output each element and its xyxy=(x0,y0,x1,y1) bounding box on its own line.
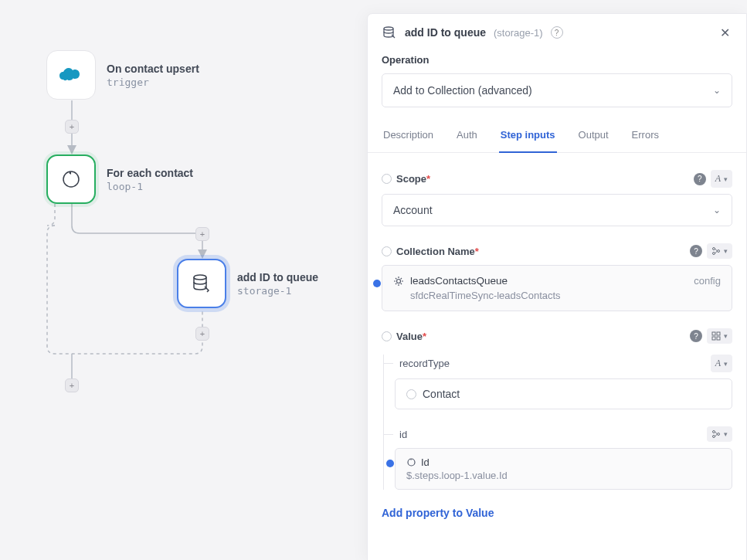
type-selector[interactable]: ▾ xyxy=(707,243,732,259)
value-nested-group: recordType A▾ Contact xyxy=(383,355,732,490)
config-badge: config xyxy=(694,275,721,287)
field-collection-name: Collection Name* ? ▾ leadsContactsQ xyxy=(382,243,732,311)
loop-icon-box xyxy=(46,154,96,204)
operation-select[interactable]: Add to Collection (advanced) ⌄ xyxy=(382,73,732,107)
trigger-subtitle: trigger xyxy=(107,76,199,88)
node-loop[interactable]: For each contact loop-1 xyxy=(46,154,193,204)
svg-rect-12 xyxy=(717,337,720,340)
recordtype-label: recordType xyxy=(399,358,450,369)
tab-description[interactable]: Description xyxy=(382,121,435,152)
id-label: id xyxy=(399,429,407,440)
loop-title: For each contact xyxy=(107,167,193,179)
storage-icon xyxy=(382,25,397,40)
tab-auth[interactable]: Auth xyxy=(455,121,479,152)
id-ref-name: Id xyxy=(421,456,430,468)
branch-icon xyxy=(711,246,721,256)
step-inputs-body: Scope* ? A▾ Account ⌄ Collection Name* ? xyxy=(368,153,746,560)
field-scope: Scope* ? A▾ Account ⌄ xyxy=(382,170,732,226)
add-step-button[interactable]: + xyxy=(195,227,209,241)
type-selector[interactable]: A▾ xyxy=(711,170,732,188)
svg-point-4 xyxy=(384,27,393,30)
chevron-down-icon: ⌄ xyxy=(713,85,721,96)
radio-icon xyxy=(406,389,416,399)
storage-title: add ID to queue xyxy=(237,271,318,283)
subfield-recordtype: recordType A▾ Contact xyxy=(395,355,732,409)
add-step-button[interactable]: + xyxy=(65,378,79,392)
radio-icon[interactable] xyxy=(382,246,392,256)
mapped-indicator-icon xyxy=(386,460,394,467)
id-ref-path: $.steps.loop-1.value.Id xyxy=(406,470,721,481)
storage-subtitle: storage-1 xyxy=(237,285,318,297)
collection-value-box[interactable]: leadsContactsQueue sfdcRealTimeSync-lead… xyxy=(382,265,732,311)
gear-icon xyxy=(393,276,404,287)
tab-output[interactable]: Output xyxy=(577,121,610,152)
svg-point-6 xyxy=(713,253,715,255)
panel-tabs: Description Auth Step inputs Output Erro… xyxy=(368,121,746,153)
branch-icon xyxy=(711,429,721,439)
operation-value: Add to Collection (advanced) xyxy=(393,84,532,97)
salesforce-icon xyxy=(58,66,84,84)
type-selector[interactable]: ▾ xyxy=(707,426,732,442)
operation-label: Operation xyxy=(382,54,732,66)
svg-rect-11 xyxy=(712,337,715,340)
node-trigger[interactable]: On contact upsert trigger xyxy=(46,50,199,100)
chevron-down-icon: ⌄ xyxy=(713,205,721,216)
loop-icon xyxy=(406,457,416,467)
tab-step-inputs[interactable]: Step inputs xyxy=(499,121,557,153)
svg-point-14 xyxy=(713,436,715,438)
loop-icon xyxy=(60,168,82,190)
svg-point-13 xyxy=(713,431,715,433)
storage-icon-box xyxy=(177,259,226,308)
collection-path: sfdcRealTimeSync-leadsContacts xyxy=(410,290,721,301)
svg-point-7 xyxy=(718,250,720,253)
panel-title: add ID to queue xyxy=(405,26,486,39)
add-step-button[interactable]: + xyxy=(195,327,209,341)
help-icon[interactable]: ? xyxy=(690,245,702,257)
panel-header: add ID to queue (storage-1) ? ✕ Operatio… xyxy=(368,14,746,107)
tab-errors[interactable]: Errors xyxy=(630,121,660,152)
scope-label: Scope* xyxy=(396,173,430,185)
svg-point-15 xyxy=(718,433,720,436)
recordtype-value: Contact xyxy=(423,388,460,400)
help-icon[interactable]: ? xyxy=(690,330,702,342)
svg-point-3 xyxy=(194,275,206,280)
panel-subtitle: (storage-1) xyxy=(494,27,543,39)
svg-point-8 xyxy=(397,279,401,283)
value-label: Value* xyxy=(396,331,426,342)
help-icon[interactable]: ? xyxy=(694,173,706,185)
svg-rect-9 xyxy=(712,332,715,335)
storage-icon xyxy=(190,272,213,295)
collection-label: Collection Name* xyxy=(396,246,479,257)
scope-select[interactable]: Account ⌄ xyxy=(382,194,732,226)
id-reference-box[interactable]: Id $.steps.loop-1.value.Id xyxy=(395,448,732,490)
mapped-indicator-icon xyxy=(373,280,381,287)
svg-point-5 xyxy=(713,248,715,250)
close-icon[interactable]: ✕ xyxy=(717,25,732,40)
collection-name: leadsContactsQueue xyxy=(410,275,508,287)
radio-icon[interactable] xyxy=(382,174,392,184)
help-icon[interactable]: ? xyxy=(551,26,563,39)
grid-icon xyxy=(711,331,721,341)
scope-value: Account xyxy=(393,204,433,216)
radio-icon[interactable] xyxy=(382,331,392,341)
loop-subtitle: loop-1 xyxy=(107,181,193,192)
recordtype-input[interactable]: Contact xyxy=(395,378,732,409)
node-storage[interactable]: add ID to queue storage-1 xyxy=(177,259,318,308)
step-config-panel: add ID to queue (storage-1) ? ✕ Operatio… xyxy=(367,13,747,560)
type-selector[interactable]: A▾ xyxy=(711,355,732,372)
type-selector[interactable]: ▾ xyxy=(707,328,732,344)
add-property-link[interactable]: Add property to Value xyxy=(382,507,494,519)
svg-rect-10 xyxy=(717,332,720,335)
trigger-title: On contact upsert xyxy=(107,63,199,75)
trigger-icon-box xyxy=(46,50,96,100)
field-value: Value* ? ▾ recordType xyxy=(382,328,732,520)
subfield-id: id ▾ xyxy=(395,426,732,490)
add-step-button[interactable]: + xyxy=(65,120,79,134)
workflow-canvas[interactable]: On contact upsert trigger + For each con… xyxy=(0,0,367,560)
